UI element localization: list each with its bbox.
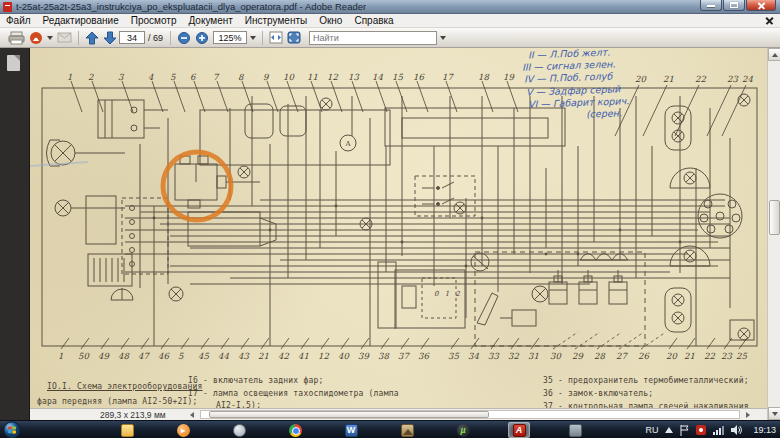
legend-line: 35 - предохранитель термобиметаллический…: [543, 376, 749, 385]
vertical-scrollbar[interactable]: [767, 48, 780, 420]
schematic-number: 37: [398, 351, 409, 361]
schematic-number: 18: [478, 72, 489, 82]
chrome-icon: [289, 424, 302, 437]
show-hidden-icons[interactable]: [665, 427, 673, 433]
wiring-schematic: A 0 1 2: [30, 48, 767, 420]
toolbar: / 69 125%: [0, 28, 780, 48]
taskbar-icons: ▸WµA: [116, 422, 586, 438]
ammeter-label: A: [344, 140, 351, 148]
taskbar-messenger-button[interactable]: [564, 422, 586, 438]
taskbar-quicktime-button[interactable]: [228, 422, 250, 438]
fullscreen-icon: [287, 31, 301, 44]
zoom-in-button[interactable]: [193, 29, 211, 47]
email-button[interactable]: [55, 29, 74, 47]
clock[interactable]: 19:13: [753, 425, 776, 435]
schematic-number: 14: [372, 72, 383, 82]
scroll-down-button[interactable]: [768, 407, 780, 420]
schematic-number: 30: [550, 351, 561, 361]
page-number-input[interactable]: [119, 31, 145, 44]
menu-справка[interactable]: Справка: [348, 15, 399, 26]
window-title: t-25at-25a2t-25a3_instrukciya_po_eksplua…: [16, 1, 366, 12]
menu-инструменты[interactable]: Инструменты: [239, 15, 313, 26]
schematic-number: 27: [616, 351, 627, 361]
acrobat-icon: [29, 31, 44, 45]
schematic-number: 16: [413, 72, 424, 82]
scroll-up-button[interactable]: [768, 48, 780, 61]
schematic-number: 15: [392, 72, 403, 82]
schematic-number: 31: [528, 351, 539, 361]
schematic-number: 32: [508, 351, 519, 361]
legend-line: 36 - замок-включатель;: [543, 389, 653, 398]
schematic-number: 1: [58, 351, 63, 361]
title-bar[interactable]: t-25at-25a2t-25a3_instrukciya_po_eksplua…: [0, 0, 780, 14]
zoom-in-icon: [195, 31, 209, 45]
horizontal-scroll-thumb[interactable]: [209, 411, 489, 418]
language-indicator[interactable]: RU: [645, 425, 658, 435]
scroll-left-icon[interactable]: [190, 412, 194, 418]
schematic-number: 21: [258, 351, 269, 361]
acrobat-collab-button[interactable]: [27, 29, 55, 47]
action-center-flag-icon[interactable]: [680, 425, 689, 436]
start-button[interactable]: [3, 421, 21, 438]
horizontal-scrollbar[interactable]: [200, 410, 740, 419]
next-page-button[interactable]: [101, 29, 119, 47]
handwritten-note-line: (серен.: [586, 107, 622, 119]
zoom-level-dropdown[interactable]: 125%: [211, 29, 258, 47]
schematic-number: 23: [721, 351, 732, 361]
close-button[interactable]: [746, 0, 776, 11]
schematic-number: 29: [572, 351, 583, 361]
network-icon[interactable]: [713, 425, 724, 435]
schematic-number: 20: [635, 74, 646, 84]
menu-окно[interactable]: Окно: [313, 15, 348, 26]
printer-icon: [8, 31, 25, 45]
schematic-number: 21: [684, 351, 695, 361]
navigation-pane[interactable]: [0, 48, 30, 420]
taskbar-explorer-button[interactable]: [116, 422, 138, 438]
ignition-positions-label: 0 1 2: [434, 290, 462, 298]
page-dimensions-label: 289,3 x 213,9 мм: [100, 410, 166, 420]
schematic-number: 5: [170, 72, 175, 82]
schematic-number: 39: [358, 351, 369, 361]
volume-icon[interactable]: [731, 425, 742, 435]
pdf-page: A 0 1 2 12345678910111213141516171819202…: [30, 48, 767, 420]
pdf-file-icon: [3, 2, 12, 12]
screen: { "window": { "title": "t-25at-25a2t-25a…: [0, 0, 780, 438]
schematic-number: 8: [238, 72, 243, 82]
menu-просмотр[interactable]: Просмотр: [125, 15, 183, 26]
fullscreen-button[interactable]: [285, 29, 303, 47]
page-thumbnails-icon[interactable]: [7, 55, 20, 71]
search-input[interactable]: [309, 31, 437, 45]
taskbar-word-button[interactable]: W: [340, 422, 362, 438]
chevron-down-icon: [440, 36, 446, 40]
schematic-number: 2: [88, 72, 93, 82]
schematic-number: 35: [448, 351, 459, 361]
vertical-scroll-thumb[interactable]: [769, 200, 780, 235]
close-document-icon[interactable]: [765, 16, 774, 25]
maximize-button[interactable]: [723, 0, 745, 11]
taskbar-utorrent-button[interactable]: µ: [452, 422, 474, 438]
previous-page-button[interactable]: [83, 29, 101, 47]
schematic-number: 25: [736, 351, 747, 361]
taskbar-adobe-reader-button[interactable]: A: [508, 422, 530, 438]
arrow-up-icon: [85, 31, 99, 45]
fit-width-button[interactable]: [267, 29, 285, 47]
schematic-number: 50: [78, 351, 89, 361]
menu-редактирование[interactable]: Редактирование: [37, 15, 125, 26]
taskbar-chrome-button[interactable]: [284, 422, 306, 438]
zoom-out-button[interactable]: [175, 29, 193, 47]
antivirus-icon[interactable]: [696, 425, 706, 435]
taskbar-photo-viewer-button[interactable]: [396, 422, 418, 438]
schematic-number: 43: [238, 351, 249, 361]
print-button[interactable]: [6, 29, 27, 47]
zoom-out-icon: [177, 31, 191, 45]
taskbar-media-player-button[interactable]: ▸: [172, 422, 194, 438]
schematic-number: 45: [198, 351, 209, 361]
schematic-number: 42: [278, 351, 289, 361]
menu-файл[interactable]: Файл: [0, 15, 37, 26]
schematic-number: 22: [695, 74, 706, 84]
menu-документ[interactable]: Документ: [182, 15, 238, 26]
minimize-button[interactable]: [700, 0, 722, 11]
schematic-number: 44: [218, 351, 229, 361]
scroll-right-icon[interactable]: [746, 412, 750, 418]
status-bar: 289,3 x 213,9 мм: [30, 408, 767, 420]
